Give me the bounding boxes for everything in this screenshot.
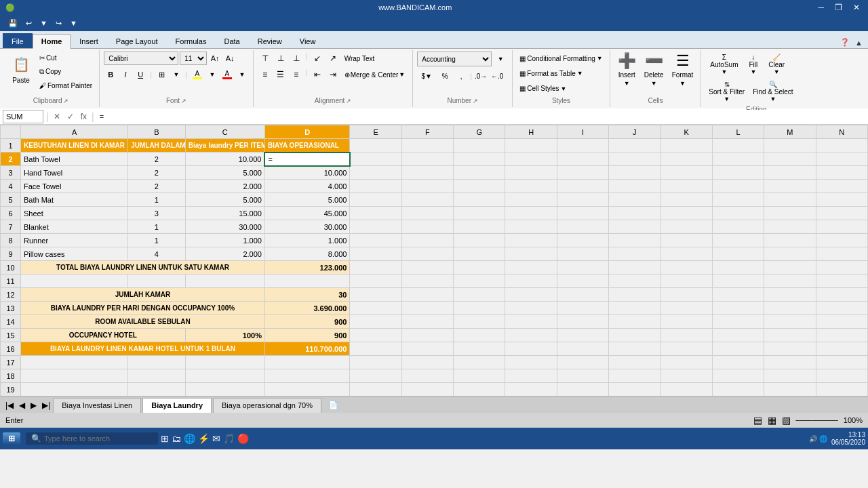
- cell-m6[interactable]: [764, 207, 816, 220]
- cell-i4[interactable]: [557, 180, 608, 193]
- cell-g16[interactable]: [454, 342, 505, 356]
- cell-f15[interactable]: [401, 329, 453, 342]
- cell-l3[interactable]: [712, 166, 764, 180]
- cell-l6[interactable]: [712, 207, 764, 220]
- cell-j4[interactable]: [609, 180, 660, 193]
- accounting-format-button[interactable]: $▼: [417, 69, 436, 83]
- cell-g15[interactable]: [454, 329, 505, 342]
- cell-g11[interactable]: [454, 274, 505, 288]
- cell-g7[interactable]: [454, 220, 505, 234]
- cell-a14[interactable]: ROOM AVAILABLE SEBULAN: [21, 315, 265, 329]
- spreadsheet-area[interactable]: A B C D E F G H I J K L M N 1 KEBUTUHAN …: [0, 125, 868, 396]
- row-num-12[interactable]: 12: [1, 288, 21, 302]
- cell-c8[interactable]: 1.000: [185, 234, 264, 247]
- cell-d1[interactable]: BIAYA OPERASIONAL: [264, 139, 349, 152]
- cell-b11[interactable]: [128, 274, 186, 288]
- cell-a5[interactable]: Bath Mat: [21, 193, 128, 207]
- comma-button[interactable]: ,: [454, 69, 469, 83]
- taskbar-mail-button[interactable]: ✉: [212, 433, 220, 444]
- cell-e13[interactable]: [350, 302, 401, 315]
- cell-l7[interactable]: [712, 220, 764, 234]
- cell-b2[interactable]: 2: [128, 152, 186, 166]
- row-num-19[interactable]: 19: [1, 383, 21, 396]
- cell-e4[interactable]: [350, 180, 401, 193]
- align-top-button[interactable]: ⊤: [258, 52, 273, 65]
- cell-k17[interactable]: [660, 356, 712, 369]
- cell-h17[interactable]: [505, 356, 557, 369]
- cell-d8[interactable]: 1.000: [264, 234, 349, 247]
- row-num-10[interactable]: 10: [1, 261, 21, 274]
- corner-header[interactable]: [1, 125, 21, 139]
- cell-m5[interactable]: [764, 193, 816, 207]
- cell-j15[interactable]: [609, 329, 660, 342]
- cell-f12[interactable]: [401, 288, 453, 302]
- cell-c2[interactable]: 10.000: [185, 152, 264, 166]
- tab-page-layout[interactable]: Page Layout: [107, 33, 167, 48]
- cell-h11[interactable]: [505, 274, 557, 288]
- cell-a18[interactable]: [21, 369, 128, 383]
- fill-color-dropdown[interactable]: ▼: [205, 68, 219, 81]
- cell-m17[interactable]: [764, 356, 816, 369]
- cell-n8[interactable]: [816, 234, 867, 247]
- formula-input[interactable]: [97, 110, 865, 123]
- indent-more-button[interactable]: ↗: [326, 52, 340, 65]
- add-sheet-button[interactable]: 📄: [326, 399, 341, 411]
- cell-a17[interactable]: [21, 356, 128, 369]
- restore-button[interactable]: ❒: [832, 3, 845, 12]
- row-num-5[interactable]: 5: [1, 193, 21, 207]
- cell-g2[interactable]: [454, 152, 505, 166]
- cell-i17[interactable]: [557, 356, 608, 369]
- cell-l5[interactable]: [712, 193, 764, 207]
- cell-g8[interactable]: [454, 234, 505, 247]
- cell-i19[interactable]: [557, 383, 608, 396]
- cell-d5[interactable]: 5.000: [264, 193, 349, 207]
- cell-a10[interactable]: TOTAL BIAYA LAUNDRY LINEN UNTUK SATU KAM…: [21, 261, 265, 274]
- cell-j9[interactable]: [609, 247, 660, 261]
- col-header-c[interactable]: C: [185, 125, 264, 139]
- cancel-formula-button[interactable]: ✕: [52, 111, 62, 122]
- cell-e5[interactable]: [350, 193, 401, 207]
- cell-l16[interactable]: [712, 342, 764, 356]
- cell-k2[interactable]: [660, 152, 712, 166]
- cell-f18[interactable]: [401, 369, 453, 383]
- cell-m12[interactable]: [764, 288, 816, 302]
- cell-c1[interactable]: Biaya laundry PER ITEM: [185, 139, 264, 152]
- col-header-k[interactable]: K: [660, 125, 712, 139]
- sheet-tab-biaya-operasional[interactable]: Biaya operasional dgn 70%: [213, 398, 321, 413]
- copy-button[interactable]: ⧉ Copy: [37, 66, 95, 77]
- number-format-dropdown[interactable]: ▼: [493, 52, 508, 66]
- cell-f7[interactable]: [401, 220, 453, 234]
- align-bottom-button[interactable]: ⊥: [289, 52, 304, 65]
- clear-button[interactable]: 🧹 Clear ▼: [764, 52, 789, 77]
- search-input[interactable]: [44, 434, 153, 443]
- cell-j1[interactable]: [609, 139, 660, 152]
- cell-e6[interactable]: [350, 207, 401, 220]
- cell-j17[interactable]: [609, 356, 660, 369]
- col-header-i[interactable]: I: [557, 125, 608, 139]
- cell-a8[interactable]: Runner: [21, 234, 128, 247]
- cell-a1[interactable]: KEBUTUHAN LINEN DI KAMAR: [21, 139, 128, 152]
- cell-f14[interactable]: [401, 315, 453, 329]
- cell-f10[interactable]: [401, 261, 453, 274]
- cell-i14[interactable]: [557, 315, 608, 329]
- cell-k7[interactable]: [660, 220, 712, 234]
- cell-i13[interactable]: [557, 302, 608, 315]
- cell-n3[interactable]: [816, 166, 867, 180]
- cell-j14[interactable]: [609, 315, 660, 329]
- increase-font-button[interactable]: A↑: [208, 52, 222, 65]
- cell-n15[interactable]: [816, 329, 867, 342]
- cell-g18[interactable]: [454, 369, 505, 383]
- cell-h9[interactable]: [505, 247, 557, 261]
- cell-n9[interactable]: [816, 247, 867, 261]
- row-num-11[interactable]: 11: [1, 274, 21, 288]
- cell-l14[interactable]: [712, 315, 764, 329]
- cell-i18[interactable]: [557, 369, 608, 383]
- cell-c6[interactable]: 15.000: [185, 207, 264, 220]
- cell-j3[interactable]: [609, 166, 660, 180]
- cell-n4[interactable]: [816, 180, 867, 193]
- cell-b1[interactable]: JUMLAH DALAM 1 KAMAR: [128, 139, 186, 152]
- col-header-h[interactable]: H: [505, 125, 557, 139]
- row-num-14[interactable]: 14: [1, 315, 21, 329]
- cell-k6[interactable]: [660, 207, 712, 220]
- cell-h8[interactable]: [505, 234, 557, 247]
